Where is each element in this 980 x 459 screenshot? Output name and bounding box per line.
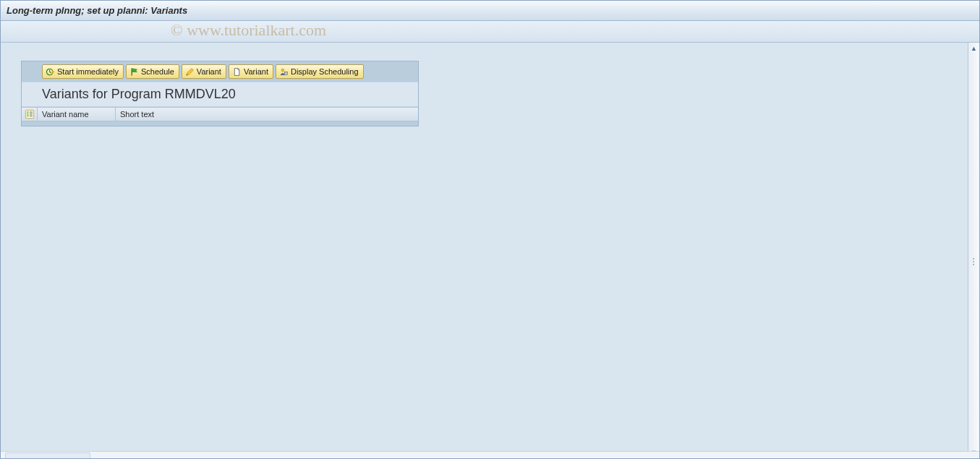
document-icon — [232, 67, 242, 77]
select-all-cell[interactable] — [22, 108, 38, 121]
window-title: Long-term plnng; set up planni: Variants — [7, 5, 187, 16]
vertical-scrollbar[interactable]: ▲ ▼ — [968, 43, 979, 458]
display-scheduling-button[interactable]: Display Scheduling — [276, 64, 364, 79]
content-area: Start immediately Schedule — [1, 43, 979, 458]
schedule-button[interactable]: Schedule — [126, 64, 179, 79]
button-label: Display Scheduling — [291, 67, 359, 76]
button-label: Start immediately — [57, 67, 119, 76]
svg-line-2 — [50, 72, 51, 72]
flag-icon — [129, 67, 139, 77]
button-label: Variant — [197, 67, 221, 76]
button-label: Schedule — [141, 67, 174, 76]
sap-window: Long-term plnng; set up planni: Variants — [0, 0, 980, 459]
start-immediately-button[interactable]: Start immediately — [42, 64, 124, 79]
svg-rect-11 — [27, 116, 29, 116]
application-toolbar — [1, 21, 979, 43]
svg-rect-9 — [27, 112, 29, 113]
variant-edit-button[interactable]: Variant — [182, 64, 226, 79]
window-titlebar: Long-term plnng; set up planni: Variants — [1, 1, 979, 21]
panel-heading: Variants for Program RMMDVL20 — [22, 82, 418, 107]
column-header-variant-name[interactable]: Variant name — [38, 108, 116, 121]
pencil-icon — [185, 67, 195, 77]
status-tab — [5, 452, 90, 458]
button-label: Variant — [244, 67, 268, 76]
scroll-grip-icon — [969, 251, 978, 273]
variant-new-button[interactable]: Variant — [229, 64, 273, 79]
variants-panel: Start immediately Schedule — [21, 61, 419, 126]
svg-point-4 — [281, 69, 284, 72]
content-scroll-area: Start immediately Schedule — [1, 43, 968, 458]
status-bar — [1, 451, 979, 458]
scroll-up-arrow-icon[interactable]: ▲ — [970, 44, 979, 53]
select-list-icon — [25, 109, 35, 119]
column-header-row: Variant name Short text — [22, 107, 418, 121]
column-header-short-text[interactable]: Short text — [116, 108, 418, 121]
clock-run-icon — [46, 67, 55, 77]
person-schedule-icon — [279, 67, 289, 77]
panel-toolbar: Start immediately Schedule — [22, 61, 418, 82]
svg-rect-10 — [27, 113, 29, 114]
